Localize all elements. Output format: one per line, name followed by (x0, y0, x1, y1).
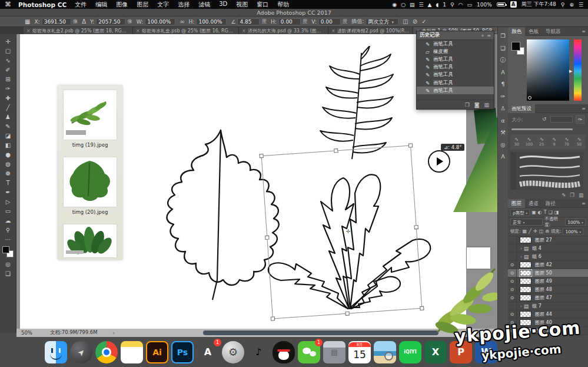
tab-导航器[interactable]: 导航器 (542, 27, 564, 36)
delete-brush-icon[interactable]: ▥ (579, 192, 583, 198)
dock-photos[interactable] (374, 341, 396, 363)
history-state-6[interactable]: ✎画笔工具 (417, 79, 494, 87)
menu-item-3D[interactable]: 3D (219, 1, 227, 9)
brush-preset-4[interactable]: ∿9 (548, 134, 560, 150)
brush-stroke-previews[interactable] (516, 152, 583, 190)
tab-图层[interactable]: 图层 (508, 199, 525, 208)
toggle-brush-panel-button[interactable]: ✑ (576, 115, 584, 124)
move-tool[interactable]: ✛ (0, 37, 16, 46)
tab-close-icon[interactable]: × (136, 28, 140, 34)
history-state-4[interactable]: ✎画笔工具 (417, 64, 494, 71)
y-field-input[interactable]: 2057.50 (96, 18, 125, 25)
display-icon[interactable]: ▭ (467, 2, 472, 8)
tab-brush-presets[interactable]: 画笔预设 (508, 104, 535, 113)
layer-visibility-toggle[interactable]: ⊙ (508, 310, 517, 319)
h-skew-field-input[interactable]: 0.00 (278, 18, 301, 25)
link-dimensions-icon[interactable]: ∞ (180, 18, 184, 25)
lock-icon-2[interactable]: ╱ (529, 229, 531, 234)
rotation-field-input[interactable]: 4.85 (237, 18, 260, 25)
brush-settings-panel-icon[interactable]: ✑ (501, 94, 506, 100)
commit-transform-icon[interactable]: ✓ (421, 18, 426, 25)
menu-item-图像[interactable]: 图像 (116, 1, 128, 9)
type-tool[interactable]: T (0, 178, 16, 187)
group-expand-arrow[interactable]: › (520, 246, 522, 251)
history-state-7[interactable]: ✎画笔工具 (417, 87, 494, 94)
smudge-tool[interactable]: ❁ (0, 168, 16, 178)
brush-size-input[interactable] (550, 116, 573, 123)
path-selection-tool[interactable]: ▷ (0, 197, 16, 206)
delete-state-icon[interactable]: ▥ (484, 102, 489, 108)
layer-visibility-toggle[interactable]: ⊙ (508, 277, 517, 286)
transform-reference-point[interactable]: ✛ (346, 229, 351, 234)
history-state-3[interactable]: ✎画笔工具 (417, 55, 494, 63)
document-tab-2[interactable]: ×熔岩海水礼盒.psb @ 25% (图层 16, RGB/8... (133, 27, 239, 34)
blend-mode-select[interactable]: 正常 ▾ (510, 219, 543, 226)
menu-item-文件[interactable]: 文件 (75, 1, 87, 9)
menu-item-视图[interactable]: 视图 (236, 1, 248, 9)
transform-handle-ne[interactable] (408, 143, 413, 147)
dock-netease-music[interactable]: ♪ (247, 341, 270, 363)
menu-item-窗口[interactable]: 窗口 (257, 1, 268, 9)
document-tab-4[interactable]: ×进阶课程海报2.psd @ 100%(RGB/8)... (328, 27, 413, 34)
wechat-status-icon[interactable]: ◖ (436, 2, 439, 8)
panel-foreground-swatch[interactable] (511, 42, 520, 51)
brush-preset-6[interactable]: ∿50 (573, 134, 585, 150)
history-state-1[interactable]: ✎画笔工具 (417, 40, 494, 48)
status-chevron-icon[interactable]: › (113, 330, 115, 336)
reference-point-icon[interactable]: ▦ (25, 18, 30, 25)
clone-source-panel-icon[interactable]: ♙ (500, 105, 506, 111)
dock-launchpad[interactable]: ➤ (70, 341, 92, 363)
dock-excel[interactable]: X (424, 341, 447, 363)
menu-item-选择[interactable]: 选择 (178, 1, 190, 9)
brush-preset-2[interactable]: ∿100 (523, 134, 535, 150)
layer-row-图层 42[interactable]: ⊙图层 42 (508, 261, 588, 269)
collapse-panel-icon[interactable]: » (481, 33, 484, 38)
layer-row-图层 49[interactable]: ⊙图层 49 (508, 277, 588, 286)
panel-menu-icon[interactable]: ≡ (582, 106, 586, 111)
shape-tool[interactable]: ▭ (0, 206, 16, 216)
layer-visibility-toggle[interactable] (508, 302, 517, 310)
layer-visibility-toggle[interactable]: ⊙ (508, 294, 517, 302)
zoom-tool[interactable]: ⚲ (0, 225, 16, 234)
filter-icon-1[interactable]: ▣ (531, 210, 536, 215)
display-lock-icon[interactable]: ▤ (410, 2, 415, 8)
delta-icon[interactable]: Δ (82, 18, 86, 25)
menu-item-图层[interactable]: 图层 (137, 1, 148, 9)
more-tools[interactable]: ⋯ (0, 234, 16, 244)
transform-handle-s[interactable] (345, 311, 349, 315)
brush-size-slider[interactable] (511, 128, 573, 130)
lock-icon-4[interactable]: ◫ (539, 229, 544, 234)
dock-calendar[interactable]: 8月15 (348, 341, 371, 363)
transform-handle-w[interactable] (265, 235, 269, 239)
blur-tool[interactable]: ● (0, 150, 16, 159)
transform-handle-nw[interactable] (259, 154, 263, 158)
layer-visibility-toggle[interactable]: ⊙ (508, 261, 517, 269)
warp-mode-icon[interactable]: ◫ (403, 18, 408, 25)
quick-selection-tool[interactable]: ✐ (0, 65, 16, 74)
tab-close-icon[interactable]: × (26, 28, 31, 34)
app-name[interactable]: Photoshop CC (18, 1, 67, 8)
creative-cloud-panel-icon[interactable]: ◎ (500, 142, 505, 148)
eraser-tool[interactable]: ◪ (0, 131, 16, 140)
transform-bounding-box[interactable] (261, 145, 423, 319)
filter-icon-4[interactable]: ❏ (549, 210, 553, 215)
dock-finder[interactable] (45, 341, 67, 363)
document-tab-3[interactable]: ×济州岛的大海.psd @ 33.3% (图层 174, RGB/8... (239, 27, 328, 34)
transform-handle-e[interactable] (414, 224, 418, 229)
history-state-5[interactable]: ✎画笔工具 (417, 71, 494, 79)
tab-close-icon[interactable]: × (242, 28, 246, 34)
screen-mode-button[interactable]: ❏ (5, 270, 11, 277)
history-state-2[interactable]: ▱橡皮擦 (417, 48, 494, 55)
bell-icon[interactable]: ○ (401, 2, 406, 8)
v-skew-field-input[interactable]: 0.00 (318, 18, 341, 25)
layer-row-组 7[interactable]: ›▤组 7 (508, 302, 588, 310)
cancel-transform-icon[interactable]: ⊘ (413, 18, 417, 25)
layer-visibility-toggle[interactable] (508, 244, 517, 253)
paragraph-panel-icon[interactable]: ¶ (501, 81, 504, 87)
layer-row-组 6[interactable]: ›▤组 6 (508, 253, 588, 261)
spotlight-icon[interactable]: ⚲ (561, 2, 565, 8)
lock-icon-1[interactable]: ▦ (523, 229, 527, 234)
dock-wechat[interactable]: 1 (298, 341, 320, 363)
clone-stamp-tool[interactable]: ♟ (0, 112, 16, 121)
panel-menu-icon[interactable]: ≡ (582, 201, 586, 206)
